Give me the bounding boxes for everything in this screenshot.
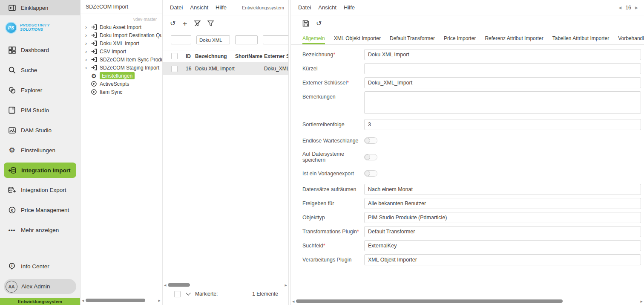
sidebar-item-dashboard[interactable]: Dashboard	[0, 40, 80, 60]
tab-default-transformer[interactable]: Default Transformer	[390, 32, 435, 44]
chevron-right-icon[interactable]: ›	[85, 25, 89, 30]
tab-vorbehandlung[interactable]: Vorbehandlung	[618, 32, 644, 44]
menu-datei[interactable]: Datei	[298, 4, 311, 11]
ist-ein-vorlagenexport-toggle[interactable]	[364, 170, 377, 177]
tree-item-doku-asset-import[interactable]: › Doku Asset Import	[80, 23, 162, 31]
tab-allgemein[interactable]: Allgemein	[302, 32, 325, 44]
sidebar-item-dam-studio[interactable]: DAM Studio	[0, 120, 80, 140]
transformations-plugin-field[interactable]	[364, 226, 641, 237]
save-button[interactable]	[302, 20, 309, 27]
dam-studio-icon	[8, 127, 16, 134]
select-all-checkbox[interactable]	[171, 53, 178, 59]
pager-next-icon[interactable]: ▶	[635, 6, 638, 10]
scroll-left-icon[interactable]: ◀	[292, 300, 294, 303]
chevron-right-icon[interactable]: ›	[85, 33, 89, 38]
chevron-right-icon[interactable]: ›	[85, 41, 89, 46]
sidebar-item-explorer[interactable]: Explorer	[0, 80, 80, 100]
scroll-right-icon[interactable]: ▶	[641, 300, 643, 303]
verarbeitungs-plugin-field[interactable]	[364, 254, 641, 265]
scrollbar-thumb[interactable]	[168, 283, 190, 287]
menu-ansicht[interactable]: Ansicht	[318, 4, 336, 11]
table-row[interactable]: 16 Doku XML Import Doku_XML_Import	[163, 62, 288, 75]
scroll-left-icon[interactable]: ◀	[164, 284, 166, 287]
sidebar-item-pim-studio[interactable]: PIM Studio	[0, 100, 80, 120]
footer-checkbox[interactable]	[174, 291, 181, 297]
endlose-warteschlange-toggle[interactable]	[364, 137, 377, 144]
sidebar-item-suche[interactable]: Suche	[0, 60, 80, 80]
column-header-bezeichnung[interactable]: Bezeichnung	[195, 53, 235, 59]
tree-horizontal-scrollbar[interactable]: ◀ ▶	[80, 298, 162, 302]
scroll-left-icon[interactable]: ◀	[82, 299, 84, 302]
sidebar-item-info-center[interactable]: i Info Center	[0, 256, 80, 276]
tree-item-doku-xml-import[interactable]: › Doku XML Import	[80, 39, 162, 47]
tree-item-sdzecom-item-sync-products[interactable]: › SDZeCOM Item Sync Products	[80, 55, 162, 64]
chevron-right-icon[interactable]: ›	[85, 49, 89, 54]
filter-input-externer-schluessel[interactable]	[263, 35, 289, 44]
field-label: Auf Dateisysteme speichern	[302, 151, 364, 163]
menu-hilfe[interactable]: Hilfe	[216, 4, 227, 11]
sidebar-item-integration-import[interactable]: Integration Import	[4, 163, 76, 178]
externer-schluessel-field[interactable]	[364, 77, 641, 88]
tree-item-activescripts[interactable]: ActiveScripts	[80, 80, 162, 88]
environment-banner: Entwicklungssystem	[0, 298, 80, 305]
scroll-right-icon[interactable]: ▶	[158, 299, 161, 302]
auf-dateisysteme-speichern-toggle[interactable]	[364, 154, 377, 160]
import-icon	[91, 57, 98, 62]
tree-item-sdzecom-staging-import[interactable]: › SDZeCOM Staging Import	[80, 64, 162, 72]
detail-horizontal-scrollbar[interactable]: ◀ ▶	[291, 299, 644, 303]
list-horizontal-scrollbar[interactable]: ◀ ▶	[163, 283, 288, 287]
sidebar-item-mehr-anzeigen[interactable]: ••• Mehr anzeigen	[0, 220, 80, 240]
filter-input-id[interactable]	[171, 35, 191, 44]
sidebar-collapse-button[interactable]: Einklappen	[0, 0, 80, 15]
tab-referenz-attribut-importer[interactable]: Referenz Attribut Importer	[485, 32, 543, 44]
tab-tabellen-attribut-importer[interactable]: Tabellen Attribut Importer	[552, 32, 609, 44]
column-header-id[interactable]: ID	[186, 53, 195, 59]
sidebar-item-einstellungen[interactable]: ⚙ Einstellungen	[0, 140, 80, 160]
freigeben-fuer-field[interactable]	[364, 198, 641, 209]
filter-input-bezeichnung[interactable]	[196, 35, 230, 44]
column-header-shortname[interactable]: ShortName	[235, 53, 264, 59]
tab-xml-objekt-importer[interactable]: XML Objekt Importer	[334, 32, 381, 44]
refresh-button[interactable]: ↺	[316, 20, 322, 27]
refresh-button[interactable]: ↺	[170, 20, 175, 27]
tree-item-csv-import[interactable]: › CSV Import	[80, 47, 162, 55]
version-badge: vdev-master	[80, 14, 162, 23]
menu-hilfe[interactable]: Hilfe	[344, 4, 355, 11]
pager-prev-icon[interactable]: ◀	[618, 6, 621, 10]
scrollbar-thumb[interactable]	[86, 299, 145, 302]
kuerzel-field[interactable]	[364, 63, 641, 74]
clear-filter-button[interactable]	[194, 20, 201, 26]
add-button[interactable]: +	[182, 20, 187, 28]
tree-item-label: ActiveScripts	[100, 81, 129, 87]
tree-item-einstellungen[interactable]: ⚙ Einstellungen	[80, 72, 162, 80]
filter-button[interactable]	[207, 20, 214, 26]
column-header-externer-schluessel[interactable]: Externer Schlüssel	[264, 53, 288, 59]
form-row-sortierreihenfolge: Sortierreihenfolge	[302, 119, 641, 130]
tab-price-importer[interactable]: Price Importer	[444, 32, 476, 44]
bemerkungen-field[interactable]	[364, 91, 641, 114]
user-menu[interactable]: AA Alex Admin	[4, 279, 76, 294]
tree-item-doku-import-destination-queue[interactable]: › Doku Import Destination Queue	[80, 31, 162, 39]
objekttyp-field[interactable]	[364, 212, 641, 223]
more-icon: •••	[8, 227, 16, 233]
integration-export-icon	[8, 186, 16, 194]
sidebar-item-integration-export[interactable]: Integration Export	[0, 180, 80, 200]
gear-icon: ⚙	[91, 73, 98, 79]
menu-ansicht[interactable]: Ansicht	[190, 4, 208, 11]
chevron-right-icon[interactable]: ›	[85, 57, 89, 62]
scroll-right-icon[interactable]: ▶	[285, 284, 287, 287]
sidebar-item-price-management[interactable]: € Price Management	[0, 200, 80, 220]
field-label: Freigeben für	[302, 198, 364, 206]
bezeichnung-field[interactable]	[364, 49, 641, 60]
suchfeld-field[interactable]	[364, 240, 641, 251]
datensaetze-aufraeumen-field[interactable]	[364, 184, 641, 195]
filter-input-shortname[interactable]	[235, 35, 258, 44]
scrollbar-thumb[interactable]	[296, 299, 562, 303]
menu-datei[interactable]: Datei	[170, 4, 183, 11]
chevron-right-icon[interactable]: ›	[85, 65, 89, 70]
sortierreihenfolge-field[interactable]	[364, 119, 641, 130]
tree-item-label: CSV Import	[100, 49, 126, 55]
chevron-down-icon[interactable]	[186, 290, 190, 295]
row-checkbox[interactable]	[171, 66, 178, 72]
tree-item-item-sync[interactable]: Item Sync	[80, 88, 162, 96]
